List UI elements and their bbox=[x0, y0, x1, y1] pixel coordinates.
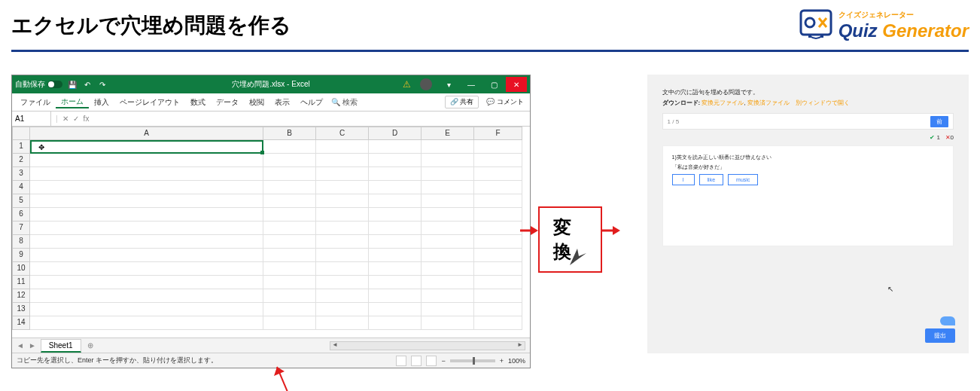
sheet-tab[interactable]: Sheet1 bbox=[41, 339, 81, 353]
cell[interactable] bbox=[316, 181, 369, 194]
submit-button[interactable]: 提出 bbox=[925, 328, 955, 343]
chat-bubble-icon[interactable] bbox=[940, 316, 955, 325]
cell[interactable] bbox=[263, 221, 316, 235]
cell[interactable] bbox=[30, 289, 263, 303]
excel-window[interactable]: 自動保存 💾 ↶ ↷ 穴埋め問題.xlsx - Excel ⚠ ▾ — ▢ bbox=[11, 75, 531, 368]
cell[interactable] bbox=[30, 262, 263, 276]
cell[interactable] bbox=[422, 194, 474, 208]
cell[interactable] bbox=[474, 249, 522, 262]
cell[interactable] bbox=[474, 154, 522, 167]
share-button[interactable]: 🔗 共有 bbox=[445, 96, 479, 108]
cell[interactable] bbox=[316, 154, 369, 167]
cell[interactable] bbox=[474, 221, 522, 235]
undo-icon[interactable]: ↶ bbox=[82, 79, 93, 90]
cell[interactable] bbox=[369, 289, 422, 303]
cell[interactable] bbox=[263, 154, 316, 167]
tab-review[interactable]: 校閲 bbox=[244, 97, 269, 108]
cell[interactable] bbox=[422, 167, 474, 181]
view-normal-icon[interactable] bbox=[396, 356, 406, 366]
cell[interactable] bbox=[263, 194, 316, 208]
row-header[interactable]: 6 bbox=[12, 208, 30, 221]
cell[interactable] bbox=[422, 249, 474, 262]
comment-button[interactable]: 💬 コメント bbox=[483, 96, 527, 108]
warning-icon[interactable]: ⚠ bbox=[403, 79, 411, 90]
row-header[interactable]: 9 bbox=[12, 249, 30, 262]
answer-slot[interactable]: I bbox=[672, 174, 695, 185]
cancel-formula-icon[interactable]: ✕ bbox=[62, 115, 68, 123]
open-new-window-link[interactable]: 別ウィンドウで開く bbox=[790, 99, 850, 106]
close-button[interactable]: ✕ bbox=[506, 77, 527, 92]
tab-home[interactable]: ホーム bbox=[56, 96, 89, 108]
cell[interactable] bbox=[30, 154, 263, 167]
accept-formula-icon[interactable]: ✓ bbox=[73, 115, 79, 123]
cell[interactable] bbox=[30, 167, 263, 181]
cell[interactable] bbox=[263, 167, 316, 181]
answer-slot[interactable]: music bbox=[728, 174, 758, 185]
cell[interactable] bbox=[422, 208, 474, 221]
col-header-d[interactable]: D bbox=[369, 127, 422, 140]
cell[interactable] bbox=[30, 316, 263, 330]
row-header[interactable]: 4 bbox=[12, 181, 30, 194]
cell[interactable] bbox=[263, 181, 316, 194]
horizontal-scrollbar[interactable] bbox=[330, 341, 525, 350]
row-header[interactable]: 2 bbox=[12, 154, 30, 167]
cell[interactable] bbox=[369, 181, 422, 194]
cell[interactable] bbox=[422, 316, 474, 330]
cell[interactable] bbox=[422, 289, 474, 303]
cell[interactable] bbox=[30, 276, 263, 289]
cell[interactable] bbox=[316, 208, 369, 221]
cell[interactable] bbox=[422, 221, 474, 235]
cell[interactable] bbox=[422, 276, 474, 289]
cell[interactable] bbox=[422, 303, 474, 316]
cell[interactable] bbox=[30, 140, 263, 154]
cell[interactable] bbox=[369, 235, 422, 249]
user-avatar[interactable] bbox=[420, 78, 432, 90]
cell[interactable] bbox=[422, 235, 474, 249]
cell[interactable] bbox=[369, 208, 422, 221]
tab-help[interactable]: ヘルプ bbox=[295, 97, 328, 108]
cell[interactable] bbox=[263, 289, 316, 303]
cell[interactable] bbox=[316, 140, 369, 154]
cell[interactable] bbox=[316, 249, 369, 262]
quiz-prev-button[interactable]: 前 bbox=[930, 116, 948, 127]
cell[interactable] bbox=[474, 140, 522, 154]
maximize-button[interactable]: ▢ bbox=[483, 77, 504, 92]
cell[interactable] bbox=[369, 262, 422, 276]
col-header-f[interactable]: F bbox=[474, 127, 522, 140]
name-box[interactable]: A1 bbox=[12, 111, 51, 126]
cell[interactable] bbox=[30, 303, 263, 316]
cell[interactable] bbox=[422, 262, 474, 276]
sheet-nav-prev[interactable]: ◄ bbox=[17, 341, 24, 350]
view-layout-icon[interactable] bbox=[411, 356, 422, 366]
cell[interactable] bbox=[369, 154, 422, 167]
answer-slot[interactable]: like bbox=[699, 174, 724, 185]
row-header[interactable]: 14 bbox=[12, 316, 30, 330]
cell[interactable] bbox=[474, 316, 522, 330]
cell[interactable] bbox=[30, 249, 263, 262]
cell[interactable] bbox=[474, 303, 522, 316]
select-all-corner[interactable] bbox=[12, 127, 30, 140]
col-header-c[interactable]: C bbox=[316, 127, 369, 140]
grid[interactable]: A B C D E F 1234567891011121314 ✥ bbox=[12, 127, 530, 338]
cell[interactable] bbox=[263, 276, 316, 289]
cell[interactable] bbox=[30, 194, 263, 208]
cell[interactable] bbox=[474, 208, 522, 221]
cell[interactable] bbox=[369, 249, 422, 262]
cell[interactable] bbox=[474, 194, 522, 208]
cell[interactable] bbox=[474, 289, 522, 303]
row-header[interactable]: 3 bbox=[12, 167, 30, 181]
col-header-a[interactable]: A bbox=[30, 127, 263, 140]
tab-data[interactable]: データ bbox=[211, 97, 244, 108]
cell[interactable] bbox=[316, 276, 369, 289]
cell[interactable] bbox=[316, 221, 369, 235]
cell[interactable] bbox=[316, 262, 369, 276]
download-link-converted[interactable]: 変換済ファイル bbox=[747, 99, 790, 106]
cell[interactable] bbox=[316, 194, 369, 208]
cell[interactable] bbox=[316, 235, 369, 249]
cell[interactable] bbox=[263, 262, 316, 276]
cell[interactable] bbox=[422, 154, 474, 167]
sheet-nav-next[interactable]: ► bbox=[29, 341, 36, 350]
cell[interactable] bbox=[316, 316, 369, 330]
row-header[interactable]: 10 bbox=[12, 262, 30, 276]
cell[interactable] bbox=[30, 221, 263, 235]
